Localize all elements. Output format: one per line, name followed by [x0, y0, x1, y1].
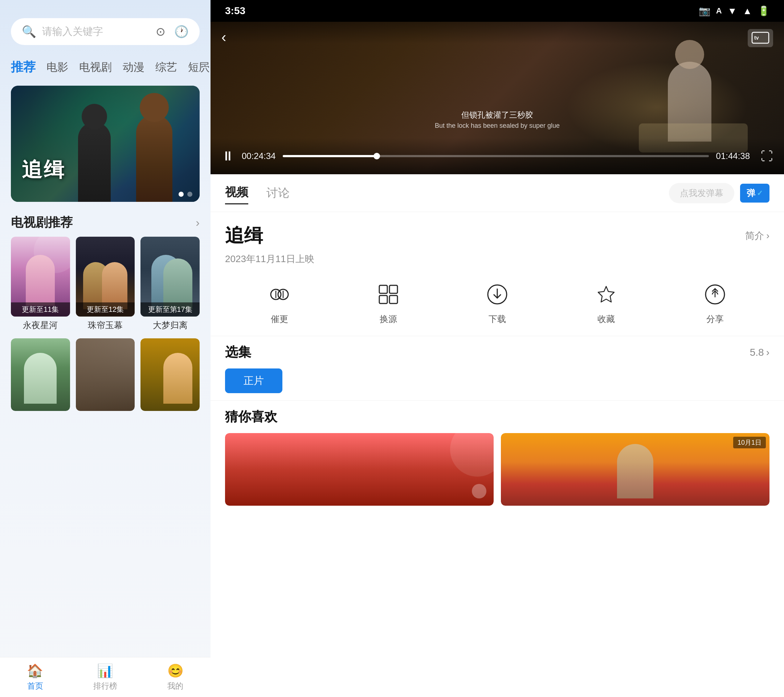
recommend-cards: 10月1日 [225, 433, 769, 506]
show-card-5[interactable] [76, 338, 135, 411]
danmu-input[interactable]: 点我发弹幕 [669, 183, 734, 203]
show-card-img-4 [11, 338, 70, 411]
nav-tab-short[interactable]: 短屄 [188, 57, 210, 78]
show-card-6[interactable] [140, 338, 199, 411]
show-intro-label: 简介 [745, 229, 764, 242]
battery-icon: 🔋 [758, 5, 769, 17]
progress-fill [283, 155, 376, 157]
rec-card-1[interactable] [225, 433, 494, 506]
nav-tab-variety[interactable]: 综艺 [155, 57, 177, 78]
nav-profile-label: 我的 [167, 681, 183, 692]
tab-discuss[interactable]: 讨论 [267, 182, 290, 204]
action-source[interactable]: 换源 [374, 280, 403, 325]
rec-card-img-1 [225, 433, 494, 506]
show-card-title-2: 珠帘玉幕 [76, 316, 135, 331]
hero-title: 追缉 [22, 156, 65, 184]
show-card-img-5 [76, 338, 135, 411]
dot-2[interactable] [187, 192, 193, 197]
action-urge-label: 催更 [271, 313, 288, 325]
signal-icon: ▲ [743, 5, 752, 17]
hero-banner[interactable]: 追缉 [11, 86, 199, 202]
show-card-img-3: 更新至第17集 [140, 237, 199, 316]
tv-section-title: 电视剧推荐 [11, 214, 72, 231]
nav-tab-tv[interactable]: 电视剧 [79, 57, 112, 78]
video-subtitle-cn: 但锁孔被灌了三秒胶 [435, 109, 560, 121]
show-card-img-2: 更新至12集 [76, 237, 135, 316]
episode-section: 选集 5.8 › 正片 [211, 336, 784, 401]
tv-logo-svg: tv [751, 31, 769, 44]
back-button[interactable]: ‹ [221, 29, 226, 45]
nav-home[interactable]: 🏠 首页 [0, 663, 70, 692]
rec-card-2[interactable]: 10月1日 [501, 433, 769, 506]
show-card-title-3: 大梦归离 [140, 316, 199, 331]
urge-icon [265, 280, 294, 309]
left-panel: 🔍 请输入关键字 ⊙ 🕐 推荐 电影 电视剧 动漫 综艺 短屄 追缉 [0, 0, 211, 697]
search-bar: 🔍 请输入关键字 ⊙ 🕐 [11, 18, 199, 45]
status-time: 3:53 [225, 5, 245, 17]
dot-1[interactable] [179, 192, 184, 197]
font-icon: A [716, 6, 722, 16]
show-card-1[interactable]: 更新至11集 永夜星河 [11, 237, 70, 331]
share-icon [700, 280, 730, 309]
tab-video[interactable]: 视频 [225, 181, 248, 204]
camera-icon: 📷 [699, 5, 710, 17]
progress-bar[interactable] [283, 155, 708, 157]
status-bar: 3:53 📷 A ▼ ▲ 🔋 [211, 0, 784, 22]
nav-tab-movie[interactable]: 电影 [46, 57, 68, 78]
chevron-right-icon: › [766, 230, 769, 241]
recommend-title: 猜你喜欢 [225, 408, 769, 426]
svg-text:tv: tv [754, 35, 759, 41]
nav-ranking[interactable]: 📊 排行榜 [70, 663, 140, 692]
danmu-button[interactable]: 弹 ✓ [740, 184, 769, 203]
video-tabs: 视频 讨论 点我发弹幕 弹 ✓ [211, 174, 784, 212]
bottom-nav: 🏠 首页 📊 排行榜 😊 我的 [0, 657, 211, 697]
pause-button[interactable]: ⏸ [221, 148, 234, 164]
time-current: 00:24:34 [242, 151, 275, 161]
search-placeholder: 请输入关键字 [42, 25, 150, 38]
chevron-right-episodes: › [766, 347, 769, 358]
history-icon[interactable]: 🕐 [174, 25, 189, 38]
recommend-section: 猜你喜欢 10月1日 [211, 401, 784, 513]
episode-rating: 5.8 › [750, 347, 769, 358]
video-subtitle-en: But the lock has been sealed by super gl… [435, 121, 560, 131]
progress-thumb [374, 153, 380, 159]
show-card-4[interactable] [11, 338, 70, 411]
source-icon-svg [377, 283, 399, 305]
danmu-verified-icon: ✓ [757, 189, 763, 198]
action-share[interactable]: 分享 [700, 280, 730, 325]
show-intro-link[interactable]: 简介 › [745, 229, 769, 242]
nav-tab-recommend[interactable]: 推荐 [11, 56, 36, 78]
tv-section-header: 电视剧推荐 › [0, 206, 211, 237]
fullscreen-button[interactable]: ⛶ [761, 149, 773, 163]
show-card-2[interactable]: 更新至12集 珠帘玉幕 [76, 237, 135, 331]
wifi-icon: ▼ [728, 5, 737, 17]
card-badge-2: 更新至12集 [76, 302, 135, 316]
card-badge-1: 更新至11集 [11, 302, 70, 316]
card-badge-3: 更新至第17集 [140, 302, 199, 316]
rating-value: 5.8 [750, 347, 764, 358]
search-actions: ⊙ 🕐 [156, 25, 189, 38]
action-download[interactable]: 下载 [483, 280, 512, 325]
action-favorite-label: 收藏 [598, 313, 615, 325]
nav-profile[interactable]: 😊 我的 [140, 663, 211, 692]
ranking-icon: 📊 [97, 663, 113, 679]
svg-rect-9 [389, 295, 397, 303]
episode-tab-main[interactable]: 正片 [225, 369, 282, 393]
nav-tab-anime[interactable]: 动漫 [123, 57, 145, 78]
action-source-label: 换源 [380, 313, 397, 325]
video-player[interactable]: 但锁孔被灌了三秒胶 But the lock has been sealed b… [211, 22, 784, 174]
player-controls: ⏸ 00:24:34 01:44:38 ⛶ [211, 138, 784, 174]
danmu-label: 弹 [747, 187, 755, 199]
nav-home-label: 首页 [27, 681, 43, 692]
show-card-3[interactable]: 更新至第17集 大梦归离 [140, 237, 199, 331]
tv-section-more[interactable]: › [196, 216, 199, 229]
right-panel: 3:53 📷 A ▼ ▲ 🔋 但锁孔被灌了三秒胶 But the lock ha… [211, 0, 784, 697]
action-favorite[interactable]: 收藏 [591, 280, 621, 325]
show-info-header: 追缉 简介 › [225, 223, 769, 248]
action-download-label: 下载 [489, 313, 506, 325]
nav-ranking-label: 排行榜 [93, 681, 117, 692]
action-buttons: 催更 换源 [211, 269, 784, 336]
show-date: 2023年11月11日上映 [225, 253, 769, 265]
download-icon[interactable]: ⊙ [156, 25, 166, 38]
action-urge[interactable]: 催更 [265, 280, 294, 325]
